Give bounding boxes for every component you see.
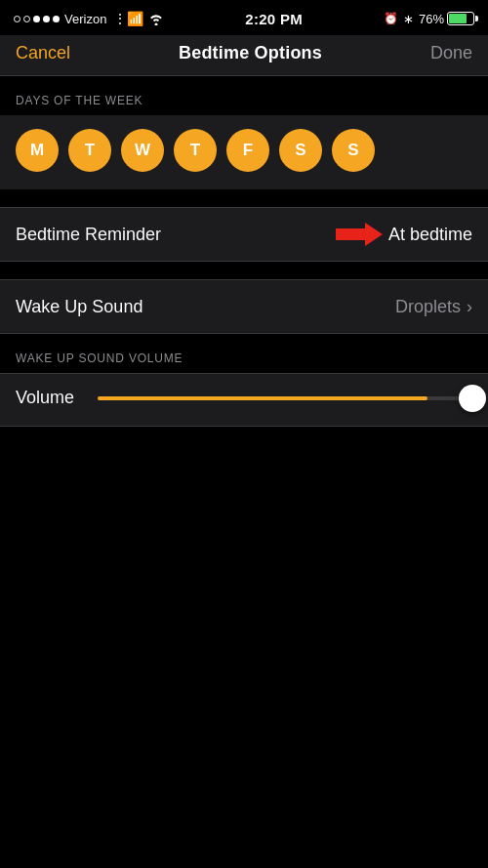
status-right: ⏰ ∗ 76% [384, 12, 474, 26]
svg-marker-0 [336, 223, 383, 246]
separator-2 [0, 262, 488, 279]
wake-up-sound-value: Droplets [395, 297, 461, 317]
days-section-label: DAYS OF THE WEEK [0, 76, 488, 115]
volume-slider-fill [98, 396, 427, 400]
battery-container: 76% [419, 12, 474, 26]
volume-row: Volume [16, 388, 472, 408]
battery-icon [447, 12, 474, 25]
signal-dot-1 [14, 16, 20, 22]
page-title: Bedtime Options [179, 43, 322, 63]
bedtime-reminder-row[interactable]: Bedtime Reminder At bedtime [0, 207, 488, 262]
separator-1 [0, 189, 488, 207]
wake-up-sound-value-container: Droplets › [395, 297, 472, 317]
volume-slider-thumb[interactable] [459, 385, 486, 412]
bedtime-reminder-label: Bedtime Reminder [16, 225, 161, 245]
wake-up-sound-label: Wake Up Sound [16, 297, 142, 317]
signal-dot-2 [23, 16, 30, 22]
wake-up-sound-row[interactable]: Wake Up Sound Droplets › [0, 279, 488, 334]
volume-section: Volume [0, 373, 488, 427]
volume-section-label: WAKE UP SOUND VOLUME [0, 334, 488, 373]
wifi-icon: ⋮📶 [113, 11, 143, 26]
days-row: M T W T F S S [16, 129, 472, 172]
volume-slider[interactable] [98, 396, 472, 400]
bedtime-reminder-value-container: At bedtime [336, 221, 472, 248]
day-thursday[interactable]: T [174, 129, 217, 172]
bluetooth-icon: ∗ [403, 12, 414, 26]
battery-fill [449, 14, 467, 23]
red-arrow-icon [336, 221, 383, 248]
signal-dot-3 [33, 16, 40, 22]
chevron-right-icon: › [467, 297, 472, 317]
bedtime-reminder-value: At bedtime [388, 225, 472, 245]
day-sunday[interactable]: S [332, 129, 375, 172]
alarm-icon: ⏰ [384, 12, 398, 25]
status-time: 2:20 PM [245, 11, 303, 27]
carrier-label: Verizon [64, 12, 106, 26]
signal-dot-5 [53, 16, 60, 22]
done-button[interactable]: Done [430, 43, 472, 63]
day-monday[interactable]: M [16, 129, 59, 172]
status-bar: Verizon ⋮📶 2:20 PM ⏰ ∗ 76% [0, 0, 488, 35]
day-tuesday[interactable]: T [68, 129, 111, 172]
cancel-button[interactable]: Cancel [16, 43, 70, 63]
days-section: M T W T F S S [0, 115, 488, 189]
battery-percent: 76% [419, 12, 444, 26]
day-friday[interactable]: F [226, 129, 269, 172]
nav-bar: Cancel Bedtime Options Done [0, 35, 488, 76]
day-wednesday[interactable]: W [121, 129, 164, 172]
wifi-icon-svg [148, 13, 164, 25]
status-left: Verizon ⋮📶 [14, 11, 164, 26]
day-saturday[interactable]: S [279, 129, 322, 172]
signal-dots [14, 16, 60, 22]
signal-dot-4 [43, 16, 50, 22]
volume-label: Volume [16, 388, 84, 408]
